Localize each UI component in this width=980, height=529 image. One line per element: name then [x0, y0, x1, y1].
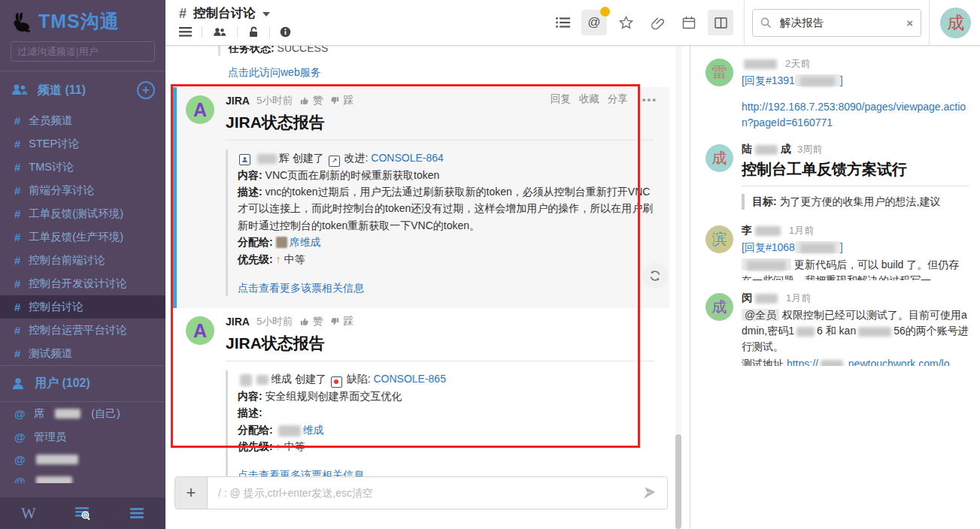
user-item[interactable]: @管理员	[0, 425, 165, 449]
user-avatar[interactable]: 成	[940, 8, 971, 38]
message-time: 3周前	[797, 143, 822, 156]
content-value: VNC页面在刷新的时候重新获取token	[265, 169, 440, 181]
mentions-icon[interactable]: @	[581, 10, 607, 35]
sidebar-item-控制台前端讨论[interactable]: #控制台前端讨论	[0, 249, 165, 272]
sidebar-item-控制台运营平台讨论[interactable]: #控制台运营平台讨论	[0, 319, 165, 342]
add-channel-button[interactable]: +	[137, 81, 155, 99]
calendar-icon[interactable]	[676, 10, 702, 35]
jira-user-icon	[239, 154, 250, 165]
refresh-button[interactable]	[642, 263, 668, 289]
text: 席	[34, 407, 45, 421]
assignee-avatar	[276, 237, 287, 248]
split-view-icon[interactable]	[708, 10, 733, 35]
content-value: 安全组规则创建界面交互优化	[265, 390, 402, 402]
web-service-link[interactable]: 点击此访问web服务	[228, 66, 321, 78]
user-item[interactable]: @	[0, 470, 165, 483]
pinned-list-icon[interactable]	[550, 10, 575, 35]
redacted-text	[744, 59, 777, 69]
sidebar-item-TMS讨论[interactable]: #TMS讨论	[0, 156, 165, 179]
dislike-button[interactable]: 踩	[329, 94, 353, 107]
channel-menu-icon[interactable]	[179, 27, 192, 37]
message-input[interactable]	[208, 477, 632, 509]
sidebar-item-前端分享讨论[interactable]: #前端分享讨论	[0, 179, 165, 202]
send-icon[interactable]	[632, 477, 667, 509]
link[interactable]: ]	[840, 74, 843, 86]
sidebar-item-控制台开发设计讨论[interactable]: #控制台开发设计讨论	[0, 272, 165, 295]
redacted-name	[278, 425, 301, 437]
search-result-message[interactable]: 成闵1月前@全员 权限控制已经可以测试了。目前可使用admin,密码16 和 k…	[705, 292, 969, 366]
favorite-button[interactable]: 收藏	[579, 92, 599, 106]
jira-attachment: 维成 创建了 缺陷: CONSOLE-865 内容: 安全组规则创建界面交互优化…	[226, 370, 654, 483]
link[interactable]: http://192.168.7.253:8090/pages/viewpage…	[742, 101, 966, 128]
jira-message-2[interactable]: A JIRA 5小时前 赞 踩 JIRA状态报告	[173, 308, 669, 495]
unlock-icon[interactable]	[247, 26, 259, 38]
message-lines: [回复#1391]http://192.168.7.253:8090/pages…	[742, 71, 969, 131]
search-input[interactable]	[778, 16, 900, 29]
at-icon: @	[14, 407, 26, 420]
reply-button[interactable]: 回复	[551, 92, 571, 106]
user-item[interactable]: @	[0, 449, 165, 470]
desc-label: 描述:	[238, 186, 262, 198]
text: 测试地址	[742, 358, 787, 366]
assignee-link[interactable]: 维成	[303, 424, 324, 436]
search-result-message[interactable]: 成陆成3周前控制台工单反馈方案试行目标: 为了更方便的收集用户的想法,建议	[705, 143, 969, 213]
attach-plus-button[interactable]: +	[175, 477, 208, 509]
star-icon[interactable]	[613, 10, 639, 35]
message-line: [回复#1068]	[742, 240, 969, 255]
dislike-button[interactable]: 踩	[329, 315, 353, 328]
wiki-icon[interactable]: W	[21, 504, 36, 523]
creator-name: 维成	[271, 373, 292, 385]
redacted-avatar	[240, 374, 252, 386]
message-heading: JIRA状态报告	[226, 112, 654, 133]
like-button[interactable]: 赞	[299, 315, 323, 328]
ticket-link[interactable]: CONSOLE-864	[371, 152, 443, 164]
search-result-message[interactable]: 滨李1月前[回复#1068] 更新代码后，可以 build 了。但仍存在一些问题…	[705, 224, 969, 280]
channel-label: 控制台讨论	[29, 300, 83, 314]
avatar: 雷	[705, 59, 733, 86]
members-icon[interactable]	[212, 27, 227, 38]
assignee-link[interactable]: 席维成	[290, 236, 321, 248]
sidebar-item-工单反馈(生产环境)[interactable]: #工单反馈(生产环境)	[0, 225, 165, 249]
menu-icon[interactable]	[129, 507, 144, 519]
more-info-link[interactable]: 点击查看更多该票相关信息	[238, 282, 364, 294]
more-options-icon[interactable]: •••	[642, 94, 657, 105]
info-icon[interactable]	[280, 26, 291, 38]
improvement-type-icon: ↗	[329, 156, 340, 167]
search-result-message[interactable]: 雷2天前[回复#1391]http://192.168.7.253:8090/p…	[705, 57, 969, 131]
log-search-icon[interactable]	[74, 505, 92, 521]
link[interactable]: [回复#1391	[742, 74, 795, 86]
message-line: 更新代码后，可以 build 了。但仍存在一些问题，我把重现和解决的过程写一	[742, 257, 969, 280]
rabbit-logo-icon	[11, 11, 33, 33]
channel-title[interactable]: 控制台讨论	[193, 5, 256, 22]
chevron-down-icon[interactable]	[262, 12, 270, 17]
mention-chip[interactable]: @全员	[742, 309, 779, 321]
link[interactable]: https://	[787, 358, 818, 366]
sidebar-item-测试频道[interactable]: #测试频道	[0, 342, 165, 365]
hash-icon: #	[14, 324, 20, 337]
like-button[interactable]: 赞	[299, 94, 323, 107]
sidebar-filter-input[interactable]	[11, 41, 155, 62]
paperclip-icon[interactable]	[645, 10, 670, 35]
scrollbar-thumb[interactable]	[675, 434, 681, 529]
redacted-name	[256, 375, 269, 385]
hash-icon: #	[14, 347, 20, 360]
jira-bot-avatar: A	[186, 316, 214, 345]
ticket-link[interactable]: CONSOLE-865	[373, 373, 445, 385]
avatar: 成	[705, 144, 733, 172]
link[interactable]: [回复#1068	[742, 241, 795, 253]
hash-icon: #	[14, 114, 20, 127]
sidebar-item-工单反馈(测试环境)[interactable]: #工单反馈(测试环境)	[0, 202, 165, 225]
channel-list: #全员频道#STEP讨论#TMS讨论#前端分享讨论#工单反馈(测试环境)#工单反…	[0, 109, 165, 365]
sidebar-item-控制台讨论[interactable]: #控制台讨论	[0, 295, 165, 319]
message-lines: @全员 权限控制已经可以测试了。目前可使用admin,密码16 和 kan56的…	[742, 306, 969, 366]
jira-message-1[interactable]: 回复 收藏 分享 ••• A JIRA 5小时前 赞 踩	[173, 87, 669, 308]
sidebar-item-全员频道[interactable]: #全员频道	[0, 109, 165, 132]
clear-search-icon[interactable]: ×	[906, 17, 913, 29]
message-time: 1月前	[789, 224, 814, 237]
link[interactable]: .newtouchwork.com/lo	[845, 358, 950, 366]
link[interactable]: ]	[840, 241, 843, 253]
sidebar-item-STEP讨论[interactable]: #STEP讨论	[0, 132, 165, 156]
share-button[interactable]: 分享	[608, 92, 628, 106]
user-item[interactable]: @席 (自己)	[0, 402, 165, 425]
redacted-text	[755, 145, 778, 155]
